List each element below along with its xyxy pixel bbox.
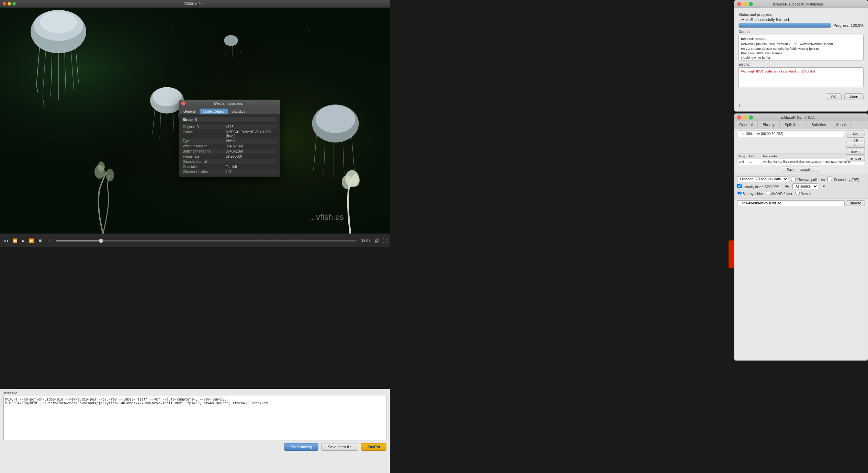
pulldown-checkbox[interactable]	[791, 177, 796, 181]
output-section-label: Output	[739, 30, 864, 34]
play-btn[interactable]: ▶	[20, 238, 26, 244]
input-file-list: ...c-10bit.mkv (00:00:30.292)	[737, 131, 844, 138]
value-buffer-dimensions: 3840x2160	[225, 149, 277, 154]
ar-extra: ▼	[822, 184, 826, 188]
progress-bar-inner	[739, 23, 831, 27]
input-file-item[interactable]: ...c-10bit.mkv (00:00:30.292)	[737, 131, 844, 137]
output-file-row: Browse	[734, 199, 868, 207]
tab-general[interactable]: General	[180, 109, 199, 114]
track-lang-0: und	[739, 160, 749, 164]
info-row-video-resolution: Video resolution 3840x2160	[181, 144, 277, 149]
rewind-btn[interactable]: ⏪	[11, 238, 19, 244]
start-muxing-btn[interactable]: Start muxing	[284, 443, 318, 451]
paypal-btn[interactable]: PayPal	[361, 443, 386, 451]
svg-point-23	[342, 175, 352, 189]
fullscreen-btn[interactable]: ⛶	[382, 238, 387, 244]
track-down-btn[interactable]: down	[846, 149, 865, 155]
media-info-titlebar: Media Information	[179, 100, 280, 107]
ok-button[interactable]: OK	[826, 93, 842, 100]
output-line-3: Processed 693 video frames	[741, 51, 861, 55]
info-row-chroma-location: Chroma location Left	[181, 169, 277, 174]
tab-split-cut[interactable]: Split & cut	[780, 121, 807, 128]
tab-statistics[interactable]: Statistics	[228, 109, 249, 114]
abort-button[interactable]: Abort	[844, 93, 864, 100]
value-type: Video	[225, 138, 277, 144]
stream-info-table: Original ID 4113 Codec MPEG-H Part2/HEVC…	[181, 124, 277, 174]
track-action-buttons: up down remove	[846, 142, 865, 161]
progress-thumb	[99, 239, 103, 243]
main-titlebar: tsMuxeR GUI 2.6.11	[734, 114, 868, 121]
skip-back-btn[interactable]: ⏮	[3, 238, 10, 244]
info-row-type: Type Video	[181, 138, 277, 144]
value-original-id: 4113	[225, 124, 277, 129]
progress-fill	[56, 240, 101, 241]
tab-about[interactable]: About	[831, 121, 851, 128]
main-window-title: tsMuxeR GUI 2.6.11	[731, 115, 865, 120]
progress-percent-value: 100.0%	[851, 23, 864, 27]
pause-btn[interactable]: ⏸	[45, 238, 52, 244]
track-row-0[interactable]: und ... Profile: Main10@5.1 Resolution: …	[737, 159, 865, 165]
output-box: tsMuxeR output: Network Optix tsMuxeR. V…	[739, 35, 864, 60]
bluray-folder-text: Blu-ray folder	[743, 192, 763, 196]
volume-icon[interactable]: 🔊	[374, 238, 380, 243]
secondary-pip-checkbox[interactable]	[827, 177, 832, 181]
label-type: Type	[181, 138, 225, 144]
video-progress-bar[interactable]	[56, 240, 357, 241]
sei-vui-select[interactable]: t change SEI and VUI data	[737, 176, 788, 182]
avchd-folder-radio[interactable]	[766, 191, 770, 195]
output-file-input[interactable]	[737, 200, 845, 206]
demux-radio[interactable]	[795, 191, 800, 195]
output-title: tsMuxeR output:	[741, 36, 861, 41]
progress-label-text: Progress:	[834, 23, 850, 27]
sps-pps-label: tinually insert SPS/PPS	[737, 184, 779, 189]
secondary-pip-text: Secondary (PIP)	[834, 178, 859, 182]
save-metafile-btn[interactable]: Save meta/options	[782, 167, 821, 173]
value-decoded-format	[225, 159, 277, 164]
svg-point-20	[106, 169, 114, 181]
col-lang: lang	[739, 155, 749, 158]
meta-buttons-row: Start muxing Save meta file PayPal	[0, 441, 390, 453]
label-codec: Codec	[181, 129, 225, 138]
value-codec: MPEG-H Part2/HEVC (H.265) (hevc)	[225, 129, 277, 138]
track-remove-btn[interactable]: remove	[846, 156, 865, 161]
errors-box: Warning! HEVC codec is not standard for …	[739, 67, 864, 88]
ar-label: AR	[785, 184, 790, 188]
progress-titlebar: tsMuxeR successfully finished	[734, 0, 868, 8]
output-type-row: Blu-ray folder AVCHD folder Demux	[737, 191, 865, 196]
svg-point-8	[360, 61, 361, 63]
fast-fwd-btn[interactable]: ⏩	[27, 238, 35, 244]
value-video-resolution: 3840x2160	[225, 144, 277, 149]
label-buffer-dimensions: Buffer dimensions	[181, 149, 225, 154]
sei-vui-row: t change SEI and VUI data Remove pulldow…	[737, 176, 865, 182]
label-chroma-location: Chroma location	[181, 169, 225, 174]
media-info-close-btn[interactable]	[181, 101, 185, 105]
avchd-folder-label: AVCHD folder	[766, 191, 792, 196]
tab-general[interactable]: General	[734, 121, 758, 128]
error-text: Warning! HEVC codec is not standard for …	[741, 69, 815, 73]
tab-codec-details[interactable]: Codec Details	[200, 109, 228, 114]
sps-pps-checkbox[interactable]	[737, 184, 742, 188]
status-section-label: Status and progress	[739, 13, 864, 16]
value-orientation: Top left	[225, 164, 277, 169]
bluray-folder-radio[interactable]	[737, 191, 742, 195]
info-row-decoded-format: Decoded format	[181, 159, 277, 164]
track-up-btn[interactable]: up	[846, 142, 865, 148]
tab-bluray[interactable]: Blu-ray	[758, 121, 780, 128]
svg-point-4	[120, 68, 121, 69]
label-video-resolution: Video resolution	[181, 144, 225, 149]
side-red-tab	[729, 240, 734, 268]
stop-btn[interactable]: ⏹	[37, 238, 44, 244]
secondary-pip-label: Secondary (PIP)	[827, 177, 859, 182]
ar-select[interactable]: As source	[792, 183, 818, 189]
progress-body: Status and progress tsMuxeR successfully…	[734, 8, 868, 91]
add-file-btn[interactable]: add	[846, 131, 865, 136]
info-row-codec: Codec MPEG-H Part2/HEVC (H.265) (hevc)	[181, 129, 277, 138]
progress-buttons: OK Abort	[734, 93, 868, 103]
output-line-4: Flushing write buffer	[741, 55, 861, 60]
browse-button[interactable]: Browse	[846, 200, 865, 206]
tab-subtitles[interactable]: Subtitles	[807, 121, 831, 128]
save-meta-file-btn[interactable]: Save meta file	[321, 443, 358, 451]
tsmuxer-main-window: tsMuxeR GUI 2.6.11 General Blu-ray Split…	[734, 113, 868, 361]
svg-point-6	[240, 51, 241, 52]
meta-file-textarea[interactable]	[3, 396, 386, 440]
